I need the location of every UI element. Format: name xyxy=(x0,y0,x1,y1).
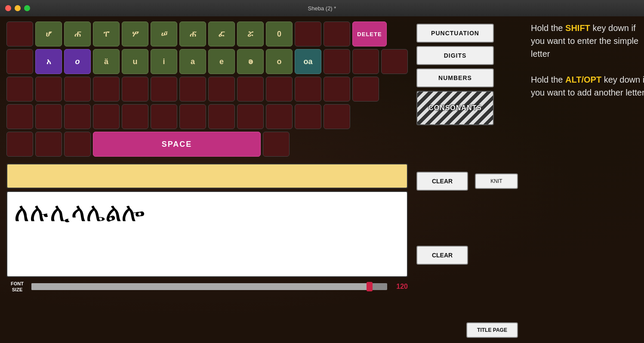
key-r5-2[interactable] xyxy=(35,132,62,157)
key-r5-3[interactable] xyxy=(64,132,91,157)
middle-panel: PUNCTUATION DIGITS NUMBERS CONSONANTS CL… xyxy=(416,22,518,338)
minimize-button[interactable] xyxy=(15,5,21,11)
key-o[interactable]: o xyxy=(266,49,293,74)
key-si[interactable]: ሦ̄ xyxy=(122,22,148,46)
font-size-row: FONTSIZE 120 xyxy=(6,281,408,293)
key-r4-1[interactable] xyxy=(6,104,33,129)
key-r4-5[interactable] xyxy=(122,104,148,129)
key-r4-9[interactable] xyxy=(237,104,264,129)
title-page-row: TITLE PAGE xyxy=(416,322,518,338)
keyboard-row-2: አ o ä u i a e ə o oa xyxy=(6,49,408,74)
key-r4-11[interactable] xyxy=(295,104,321,129)
punctuation-button[interactable]: PUNCTUATION xyxy=(416,24,494,43)
numbers-button[interactable]: NUMBERS xyxy=(416,68,494,87)
delete-key[interactable]: DELETE xyxy=(352,22,387,46)
key-pa[interactable]: ፐ̄ xyxy=(93,22,120,46)
font-size-thumb[interactable] xyxy=(367,282,373,291)
key-blank-r2-2[interactable] xyxy=(324,49,350,74)
digits-button[interactable]: DIGITS xyxy=(416,46,494,65)
font-size-value: 120 xyxy=(391,283,408,290)
knit-button[interactable]: KNIT xyxy=(475,173,518,189)
key-o-italic[interactable]: o xyxy=(64,49,91,74)
key-ha2[interactable]: ሐ̃ xyxy=(179,22,206,46)
bottom-text-display: ለሉሊላሌልሎ xyxy=(6,191,408,277)
keyboard-row-3 xyxy=(6,77,408,102)
font-size-label: FONTSIZE xyxy=(6,281,28,293)
keyboard-row-1: ሆ̄ ሐ̄ ፐ̄ ሦ̄ ሠ̄ ሐ̃ ፈ̄ ሯ 0 DELETE xyxy=(6,22,408,46)
key-r5-1[interactable] xyxy=(6,132,33,157)
key-r3-11[interactable] xyxy=(295,77,321,102)
key-r5-5[interactable] xyxy=(263,132,290,157)
help-shift-text: Hold the SHIFT key down if you want to e… xyxy=(531,22,644,60)
help-alt-text: Hold the ALT/OPT key down if you want to… xyxy=(531,73,644,99)
clear-row-2: CLEAR xyxy=(416,246,518,265)
maximize-button[interactable] xyxy=(24,5,30,11)
key-blank-3[interactable] xyxy=(324,22,350,46)
title-bar: Sheba (2) * xyxy=(0,0,644,16)
key-ha[interactable]: ሐ̄ xyxy=(64,22,91,46)
key-r3-5[interactable] xyxy=(122,77,148,102)
ethiopic-text: ለሉሊላሌልሎ xyxy=(14,198,144,227)
main-content: ሆ̄ ሐ̄ ፐ̄ ሦ̄ ሠ̄ ሐ̃ ፈ̄ ሯ 0 DELETE አ o ä u … xyxy=(0,16,644,343)
consonants-button[interactable]: CONSONANTS xyxy=(416,91,494,125)
key-a[interactable]: a xyxy=(179,49,206,74)
window-title: Sheba (2) * xyxy=(308,5,336,12)
close-button[interactable] xyxy=(5,5,11,11)
key-u[interactable]: u xyxy=(122,49,148,74)
window-controls[interactable] xyxy=(5,5,30,11)
key-r4-3[interactable] xyxy=(64,104,91,129)
key-alef[interactable]: አ xyxy=(35,49,62,74)
key-r4-6[interactable] xyxy=(151,104,177,129)
key-blank-r2-4[interactable] xyxy=(381,49,408,74)
help-text-panel: Hold the SHIFT key down if you want to e… xyxy=(527,22,644,338)
key-blank-r2-1[interactable] xyxy=(6,49,33,74)
key-r4-8[interactable] xyxy=(208,104,235,129)
input-area: ለሉሊላሌልሎ FONTSIZE 120 xyxy=(6,164,408,293)
key-r3-1[interactable] xyxy=(6,77,33,102)
shift-key-label: SHIFT xyxy=(565,23,590,33)
key-r3-8[interactable] xyxy=(208,77,235,102)
key-blank-r2-3[interactable] xyxy=(352,49,379,74)
key-r3-4[interactable] xyxy=(93,77,120,102)
key-ho[interactable]: ሆ̄ xyxy=(35,22,62,46)
key-e[interactable]: e xyxy=(208,49,235,74)
key-0[interactable]: 0 xyxy=(266,22,293,46)
key-r3-6[interactable] xyxy=(151,77,177,102)
key-i[interactable]: i xyxy=(151,49,177,74)
key-r3-13[interactable] xyxy=(352,77,379,102)
alt-opt-key-label: ALT/OPT xyxy=(565,75,601,84)
key-r3-3[interactable] xyxy=(64,77,91,102)
key-ru[interactable]: ሯ xyxy=(237,22,264,46)
keyboard-area: ሆ̄ ሐ̄ ፐ̄ ሦ̄ ሠ̄ ሐ̃ ፈ̄ ሯ 0 DELETE አ o ä u … xyxy=(6,22,408,338)
key-r4-12[interactable] xyxy=(324,104,350,129)
space-key[interactable]: SPACE xyxy=(93,132,261,157)
key-r3-7[interactable] xyxy=(179,77,206,102)
key-schwa[interactable]: ə xyxy=(237,49,264,74)
clear-button-2[interactable]: CLEAR xyxy=(416,246,468,265)
font-size-slider[interactable] xyxy=(31,283,387,290)
clear-knit-row: CLEAR KNIT xyxy=(416,172,518,191)
key-blank-1[interactable] xyxy=(6,22,33,46)
key-r3-2[interactable] xyxy=(35,77,62,102)
key-fa[interactable]: ፈ̄ xyxy=(208,22,235,46)
top-text-input[interactable] xyxy=(6,164,408,188)
key-r3-10[interactable] xyxy=(266,77,293,102)
keyboard-row-4 xyxy=(6,104,408,129)
key-sa[interactable]: ሠ̄ xyxy=(151,22,177,46)
title-page-button[interactable]: TITLE PAGE xyxy=(466,322,518,338)
key-r4-4[interactable] xyxy=(93,104,120,129)
key-r4-10[interactable] xyxy=(266,104,293,129)
key-ae[interactable]: ä xyxy=(93,49,120,74)
keyboard-row-5: SPACE xyxy=(6,132,408,157)
clear-button-1[interactable]: CLEAR xyxy=(416,172,468,191)
key-blank-2[interactable] xyxy=(295,22,321,46)
key-r4-7[interactable] xyxy=(179,104,206,129)
key-r4-2[interactable] xyxy=(35,104,62,129)
key-r3-12[interactable] xyxy=(324,77,350,102)
key-r3-9[interactable] xyxy=(237,77,264,102)
key-oa[interactable]: oa xyxy=(295,49,321,74)
